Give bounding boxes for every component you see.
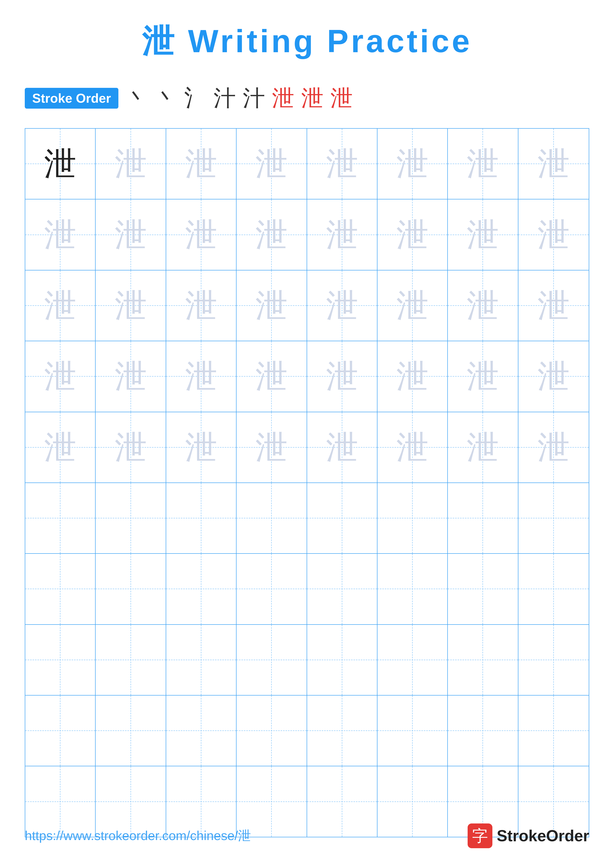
footer-url[interactable]: https://www.strokeorder.com/chinese/泄 xyxy=(25,827,251,845)
grid-cell[interactable]: 泄 xyxy=(96,270,166,341)
grid-cell[interactable] xyxy=(448,554,518,624)
grid-row xyxy=(25,483,589,554)
grid-cell[interactable]: 泄 xyxy=(96,412,166,482)
grid-cell[interactable]: 泄 xyxy=(378,270,448,341)
stroke-order-badge: Stroke Order xyxy=(25,88,118,108)
practice-char: 泄 xyxy=(396,219,429,251)
practice-char: 泄 xyxy=(185,148,217,180)
grid-cell[interactable]: 泄 xyxy=(518,412,589,482)
grid-cell[interactable] xyxy=(25,696,96,766)
grid-cell[interactable] xyxy=(518,483,589,553)
grid-cell[interactable]: 泄 xyxy=(307,129,378,199)
practice-char: 泄 xyxy=(115,290,147,322)
grid-cell[interactable]: 泄 xyxy=(25,270,96,341)
grid-cell[interactable] xyxy=(96,483,166,553)
grid-cell[interactable] xyxy=(307,696,378,766)
grid-cell[interactable] xyxy=(307,625,378,695)
grid-cell[interactable]: 泄 xyxy=(166,341,236,411)
grid-cell[interactable]: 泄 xyxy=(448,200,518,270)
grid-row: 泄 泄 泄 泄 泄 泄 泄 泄 xyxy=(25,129,589,200)
grid-cell[interactable] xyxy=(378,483,448,553)
grid-cell[interactable] xyxy=(518,625,589,695)
grid-cell[interactable] xyxy=(448,483,518,553)
practice-char: 泄 xyxy=(255,431,288,463)
grid-cell[interactable]: 泄 xyxy=(96,200,166,270)
grid-cell[interactable] xyxy=(448,696,518,766)
grid-cell[interactable]: 泄 xyxy=(25,341,96,411)
grid-cell[interactable]: 泄 xyxy=(236,341,307,411)
grid-cell[interactable]: 泄 xyxy=(378,129,448,199)
grid-cell[interactable]: 泄 xyxy=(448,270,518,341)
grid-cell[interactable]: 泄 xyxy=(307,341,378,411)
grid-cell[interactable] xyxy=(236,483,307,553)
stroke-6: 泄 xyxy=(272,83,299,113)
grid-cell[interactable] xyxy=(236,554,307,624)
practice-char: 泄 xyxy=(115,360,147,392)
grid-cell[interactable]: 泄 xyxy=(166,412,236,482)
stroke-3: 氵 xyxy=(184,83,211,113)
grid-cell[interactable]: 泄 xyxy=(518,270,589,341)
grid-cell[interactable] xyxy=(307,554,378,624)
stroke-order-row: Stroke Order 丶 丶 氵 汁 汁 泄 泄 泄 xyxy=(25,83,589,113)
grid-cell[interactable] xyxy=(236,696,307,766)
grid-cell[interactable] xyxy=(236,625,307,695)
grid-cell[interactable]: 泄 xyxy=(378,200,448,270)
practice-char: 泄 xyxy=(255,219,288,251)
grid-cell[interactable] xyxy=(166,483,236,553)
grid-cell[interactable] xyxy=(96,554,166,624)
grid-cell[interactable] xyxy=(378,625,448,695)
grid-cell[interactable] xyxy=(166,696,236,766)
grid-cell[interactable]: 泄 xyxy=(307,200,378,270)
grid-cell[interactable]: 泄 xyxy=(378,412,448,482)
grid-cell[interactable] xyxy=(166,625,236,695)
grid-cell[interactable]: 泄 xyxy=(236,270,307,341)
practice-char: 泄 xyxy=(255,148,288,180)
grid-cell[interactable]: 泄 xyxy=(25,412,96,482)
grid-cell[interactable]: 泄 xyxy=(378,341,448,411)
grid-row: 泄 泄 泄 泄 泄 泄 泄 泄 xyxy=(25,341,589,412)
grid-cell[interactable] xyxy=(96,625,166,695)
grid-cell[interactable]: 泄 xyxy=(518,200,589,270)
grid-cell[interactable]: 泄 xyxy=(518,341,589,411)
practice-char: 泄 xyxy=(538,360,570,392)
grid-cell[interactable] xyxy=(378,554,448,624)
grid-cell[interactable] xyxy=(25,483,96,553)
grid-cell[interactable]: 泄 xyxy=(96,341,166,411)
grid-cell[interactable]: 泄 xyxy=(25,200,96,270)
grid-cell[interactable] xyxy=(518,554,589,624)
grid-cell[interactable]: 泄 xyxy=(448,412,518,482)
grid-cell[interactable]: 泄 xyxy=(448,341,518,411)
grid-row xyxy=(25,696,589,766)
grid-cell[interactable]: 泄 xyxy=(236,200,307,270)
grid-cell[interactable]: 泄 xyxy=(236,129,307,199)
grid-cell[interactable] xyxy=(378,696,448,766)
grid-cell[interactable] xyxy=(25,554,96,624)
practice-char: 泄 xyxy=(44,148,76,180)
grid-cell[interactable]: 泄 xyxy=(307,270,378,341)
grid-row xyxy=(25,625,589,696)
practice-char: 泄 xyxy=(326,148,358,180)
practice-char: 泄 xyxy=(44,290,76,322)
grid-cell[interactable]: 泄 xyxy=(166,200,236,270)
grid-cell[interactable] xyxy=(307,483,378,553)
practice-char: 泄 xyxy=(466,431,499,463)
grid-cell[interactable]: 泄 xyxy=(166,129,236,199)
practice-char: 泄 xyxy=(326,219,358,251)
grid-cell[interactable]: 泄 xyxy=(96,129,166,199)
grid-cell[interactable]: 泄 xyxy=(25,129,96,199)
grid-cell[interactable] xyxy=(166,554,236,624)
grid-cell[interactable] xyxy=(96,696,166,766)
grid-cell[interactable]: 泄 xyxy=(518,129,589,199)
grid-cell[interactable]: 泄 xyxy=(307,412,378,482)
practice-char: 泄 xyxy=(396,360,429,392)
grid-cell[interactable]: 泄 xyxy=(236,412,307,482)
grid-cell[interactable] xyxy=(448,625,518,695)
grid-cell[interactable] xyxy=(25,625,96,695)
grid-cell[interactable]: 泄 xyxy=(448,129,518,199)
stroke-4: 汁 xyxy=(213,83,240,113)
grid-cell[interactable] xyxy=(518,696,589,766)
practice-grid: 泄 泄 泄 泄 泄 泄 泄 泄 泄 泄 泄 泄 泄 泄 泄 泄 泄 泄 泄 泄 … xyxy=(25,128,589,837)
stroke-order-chars: 丶 丶 氵 汁 汁 泄 泄 泄 xyxy=(126,83,357,113)
practice-char: 泄 xyxy=(326,360,358,392)
grid-cell[interactable]: 泄 xyxy=(166,270,236,341)
